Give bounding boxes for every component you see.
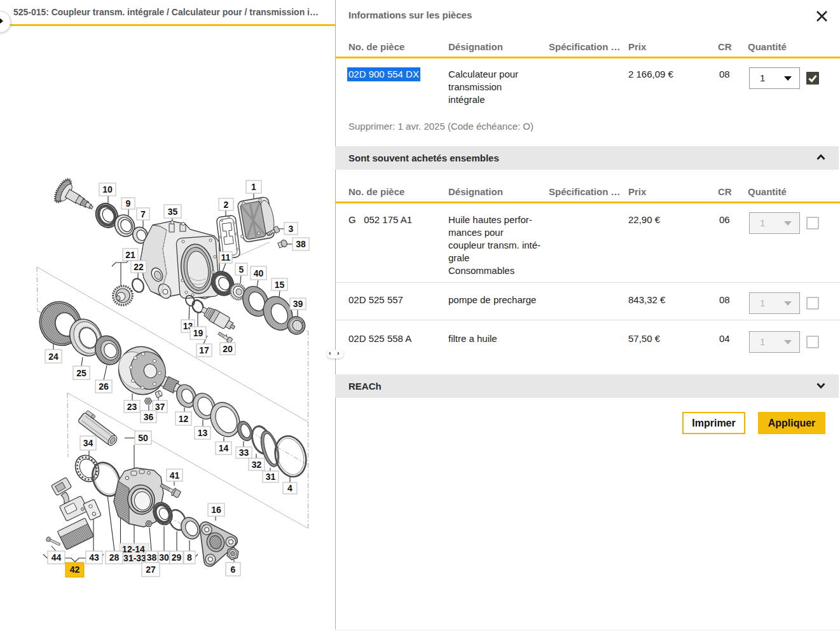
svg-text:37: 37 xyxy=(155,402,165,412)
svg-text:38: 38 xyxy=(296,239,306,249)
svg-text:23: 23 xyxy=(127,402,137,412)
svg-text:15: 15 xyxy=(275,280,285,290)
svg-text:6: 6 xyxy=(231,564,236,575)
svg-text:11: 11 xyxy=(221,252,231,263)
svg-text:16: 16 xyxy=(211,505,221,515)
svg-text:34: 34 xyxy=(83,438,93,448)
svg-text:40: 40 xyxy=(254,268,264,278)
svg-text:35: 35 xyxy=(168,207,178,217)
svg-text:14: 14 xyxy=(219,443,229,453)
svg-text:36: 36 xyxy=(144,412,154,422)
svg-text:26: 26 xyxy=(99,381,109,392)
svg-text:39: 39 xyxy=(293,299,303,309)
svg-text:3: 3 xyxy=(289,224,294,234)
svg-text:4: 4 xyxy=(287,483,293,493)
svg-text:33: 33 xyxy=(239,447,249,458)
svg-text:31: 31 xyxy=(266,472,276,482)
svg-text:32: 32 xyxy=(252,460,262,470)
svg-text:7: 7 xyxy=(141,209,146,219)
svg-text:13: 13 xyxy=(198,428,208,438)
svg-text:12: 12 xyxy=(179,414,189,424)
svg-text:22: 22 xyxy=(134,262,144,272)
svg-text:2: 2 xyxy=(224,200,229,210)
svg-text:21: 21 xyxy=(125,250,135,260)
svg-text:17: 17 xyxy=(199,345,209,355)
svg-text:9: 9 xyxy=(126,198,131,208)
svg-text:42: 42 xyxy=(70,564,80,575)
svg-text:20: 20 xyxy=(223,344,233,354)
svg-text:41: 41 xyxy=(170,470,180,481)
svg-text:44: 44 xyxy=(52,552,62,563)
svg-text:8: 8 xyxy=(187,552,192,563)
svg-text:43: 43 xyxy=(89,552,99,563)
svg-text:29: 29 xyxy=(172,552,182,563)
svg-text:10: 10 xyxy=(102,184,113,195)
svg-text:31-33: 31-33 xyxy=(123,553,146,563)
svg-text:28: 28 xyxy=(109,552,120,563)
svg-text:25: 25 xyxy=(76,368,86,378)
svg-text:38: 38 xyxy=(147,552,157,563)
svg-text:19: 19 xyxy=(193,328,203,338)
svg-text:50: 50 xyxy=(138,433,148,443)
svg-text:1: 1 xyxy=(251,182,256,192)
svg-text:24: 24 xyxy=(48,352,59,362)
svg-text:27: 27 xyxy=(146,564,156,575)
svg-text:5: 5 xyxy=(239,264,244,275)
svg-text:30: 30 xyxy=(159,552,169,563)
